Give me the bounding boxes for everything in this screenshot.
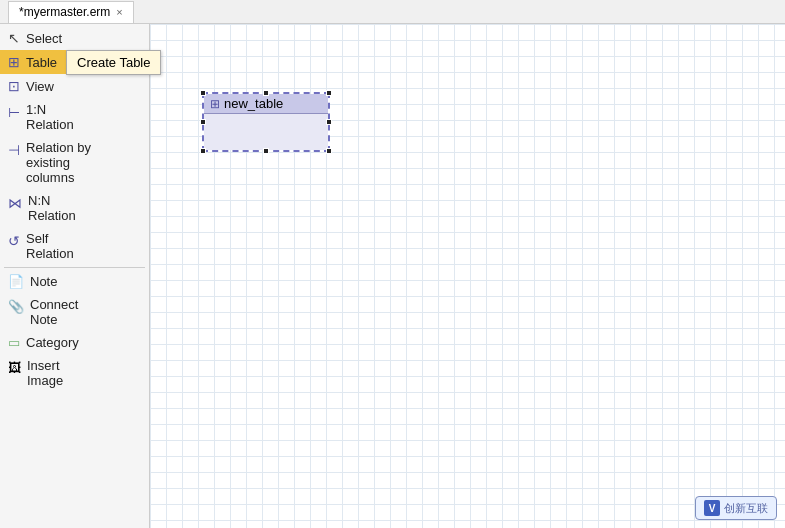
sidebar-label-select: Select [26, 31, 62, 46]
sidebar-label-connect-note: ConnectNote [30, 297, 78, 327]
cursor-icon [8, 30, 20, 46]
watermark: V 创新互联 [695, 496, 777, 520]
handle-bl[interactable] [200, 148, 206, 154]
1n-relation-icon [8, 104, 20, 120]
sidebar-label-note: Note [30, 274, 57, 289]
sidebar-item-insert-image[interactable]: InsertImage [0, 354, 149, 392]
sidebar-label-self: SelfRelation [26, 231, 74, 261]
sidebar: Select Table Create Table View 1:NRelati… [0, 24, 150, 528]
table-header: new_table [204, 94, 328, 114]
create-table-label: Create Table [77, 55, 150, 70]
table-widget-icon [210, 96, 220, 111]
table-name: new_table [224, 96, 283, 111]
sidebar-item-select[interactable]: Select [0, 26, 149, 50]
file-tab[interactable]: *myermaster.erm × [8, 1, 134, 23]
sidebar-label-view: View [26, 79, 54, 94]
create-table-popup: Create Table [66, 50, 161, 75]
table-widget[interactable]: new_table [202, 92, 330, 152]
watermark-text: 创新互联 [724, 501, 768, 516]
handle-tl[interactable] [200, 90, 206, 96]
category-icon [8, 335, 20, 350]
sidebar-item-table[interactable]: Table Create Table [0, 50, 149, 74]
table-body [204, 114, 328, 150]
sidebar-item-nn-relation[interactable]: N:NRelation [0, 189, 149, 227]
sidebar-label-nn: N:NRelation [28, 193, 76, 223]
table-icon [8, 54, 20, 70]
handle-tr[interactable] [326, 90, 332, 96]
sidebar-item-view[interactable]: View [0, 74, 149, 98]
connect-note-icon [8, 299, 24, 314]
self-relation-icon [8, 233, 20, 249]
rel-col-icon [8, 142, 20, 158]
note-icon [8, 274, 24, 289]
sidebar-label-rel-col: Relation byexistingcolumns [26, 140, 91, 185]
sidebar-label-table: Table [26, 55, 57, 70]
sidebar-item-note[interactable]: Note [0, 270, 149, 293]
main-layout: Select Table Create Table View 1:NRelati… [0, 24, 785, 528]
handle-tm[interactable] [263, 90, 269, 96]
divider-1 [4, 267, 145, 268]
sidebar-item-connect-note[interactable]: ConnectNote [0, 293, 149, 331]
handle-ml[interactable] [200, 119, 206, 125]
handle-bm[interactable] [263, 148, 269, 154]
tab-close-button[interactable]: × [116, 6, 122, 18]
handle-mr[interactable] [326, 119, 332, 125]
watermark-logo: V [704, 500, 720, 516]
sidebar-item-category[interactable]: Category [0, 331, 149, 354]
image-icon [8, 360, 21, 375]
sidebar-item-1n-relation[interactable]: 1:NRelation [0, 98, 149, 136]
sidebar-label-category: Category [26, 335, 79, 350]
tab-label: *myermaster.erm [19, 5, 110, 19]
nn-relation-icon [8, 195, 22, 211]
title-bar: *myermaster.erm × [0, 0, 785, 24]
sidebar-item-self-relation[interactable]: SelfRelation [0, 227, 149, 265]
canvas-area[interactable]: new_table V 创新互联 [150, 24, 785, 528]
handle-br[interactable] [326, 148, 332, 154]
view-icon [8, 78, 20, 94]
sidebar-label-image: InsertImage [27, 358, 63, 388]
sidebar-item-rel-by-col[interactable]: Relation byexistingcolumns [0, 136, 149, 189]
sidebar-label-1n: 1:NRelation [26, 102, 74, 132]
